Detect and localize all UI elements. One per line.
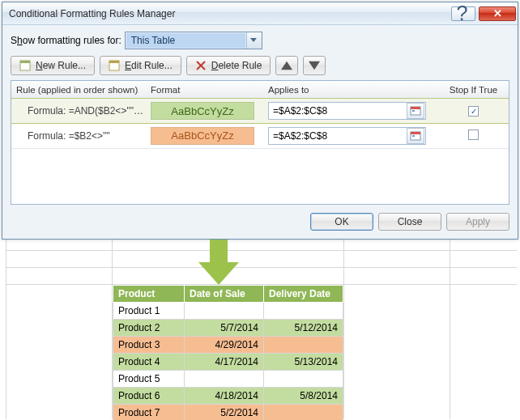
gridline: [6, 250, 517, 251]
table-row[interactable]: Product 64/18/20145/8/2014: [113, 388, 343, 405]
range-picker-button[interactable]: [407, 128, 424, 144]
range-picker-button[interactable]: [407, 103, 424, 119]
new-rule-icon: [19, 60, 31, 71]
cell-date-of-sale[interactable]: 5/7/2014: [185, 320, 264, 337]
table-row[interactable]: Product 44/17/20145/13/2014: [113, 354, 343, 371]
applies-to-value: =$A$2:$C$8: [269, 130, 406, 142]
cell-product[interactable]: Product 7: [113, 405, 185, 421]
chevron-down-icon: [246, 32, 261, 49]
svg-rect-12: [412, 110, 415, 112]
rules-list: Rule (applied in order shown) Format App…: [11, 80, 509, 205]
close-window-button[interactable]: ✕: [479, 6, 516, 21]
table-row[interactable]: Product 25/7/20145/12/2014: [113, 320, 343, 337]
svg-rect-14: [411, 132, 420, 134]
ok-button[interactable]: OK: [310, 213, 373, 231]
stop-if-true-checkbox[interactable]: [468, 129, 479, 140]
col-rule-header: Rule (applied in order shown): [11, 85, 151, 95]
titlebar[interactable]: Conditional Formatting Rules Manager ? ✕: [2, 2, 518, 25]
svg-marker-1: [250, 38, 257, 42]
format-preview: AaBbCcYyZz: [151, 127, 254, 145]
cell-delivery-date[interactable]: [264, 337, 343, 354]
edit-rule-icon: [109, 60, 120, 71]
th-delivery-date: Delivery Date: [264, 286, 343, 303]
svg-rect-15: [412, 135, 415, 137]
apply-button[interactable]: Apply: [446, 213, 509, 231]
chevron-up-icon: [281, 60, 292, 71]
cell-date-of-sale[interactable]: [185, 371, 264, 388]
cell-delivery-date[interactable]: 5/13/2014: [264, 354, 343, 371]
cell-delivery-date[interactable]: [264, 405, 343, 421]
svg-rect-5: [109, 61, 119, 63]
svg-text:?: ?: [457, 2, 468, 24]
cell-product[interactable]: Product 3: [113, 337, 185, 354]
rule-formula: Formula: =$B2<>"": [11, 130, 151, 142]
cell-delivery-date[interactable]: 5/12/2014: [264, 320, 343, 337]
cell-date-of-sale[interactable]: [185, 303, 264, 320]
delete-icon: [195, 60, 207, 71]
th-date-of-sale: Date of Sale: [185, 286, 264, 303]
cell-date-of-sale[interactable]: 4/17/2014: [185, 354, 264, 371]
delete-rule-label: elete Rule: [218, 60, 262, 71]
cell-date-of-sale[interactable]: 5/2/2014: [185, 405, 264, 421]
col-stop-header: Stop If True: [438, 85, 509, 95]
edit-rule-label: dit Rule...: [131, 60, 173, 71]
close-button[interactable]: Close: [378, 213, 441, 231]
dialog-title: Conditional Formatting Rules Manager: [9, 8, 451, 19]
result-table: Product Date of Sale Delivery Date Produ…: [113, 285, 343, 420]
result-arrow-icon: [198, 240, 239, 285]
format-preview: AaBbCcYyZz: [151, 102, 254, 120]
move-up-button[interactable]: [275, 56, 298, 75]
rule-row[interactable]: Formula: =$B2<>""AaBbCcYyZz=$A$2:$C$8: [11, 123, 509, 149]
chevron-down-icon: [309, 60, 320, 71]
show-rules-for-label: Show formatting rules for:: [11, 35, 121, 46]
svg-rect-3: [20, 61, 30, 63]
edit-rule-button[interactable]: Edit Rule...: [100, 56, 181, 75]
table-row[interactable]: Product 5: [113, 371, 343, 388]
cell-product[interactable]: Product 5: [113, 371, 185, 388]
cf-rules-manager-dialog: Conditional Formatting Rules Manager ? ✕…: [2, 2, 518, 240]
cell-date-of-sale[interactable]: 4/29/2014: [185, 337, 264, 354]
scope-dropdown[interactable]: This Table: [125, 32, 262, 49]
cell-delivery-date[interactable]: [264, 371, 343, 388]
move-down-button[interactable]: [303, 56, 326, 75]
applies-to-input[interactable]: =$A$2:$C$8: [268, 127, 426, 145]
new-rule-label: ew Rule...: [43, 60, 86, 71]
cell-delivery-date[interactable]: 5/8/2014: [264, 388, 343, 405]
col-format-header: Format: [151, 85, 268, 95]
svg-marker-16: [198, 240, 239, 285]
table-row[interactable]: Product 34/29/2014: [113, 337, 343, 354]
applies-to-value: =$A$2:$C$8: [269, 105, 406, 117]
stop-if-true-checkbox[interactable]: [468, 106, 479, 117]
svg-rect-11: [411, 107, 420, 109]
applies-to-input[interactable]: =$A$2:$C$8: [268, 102, 426, 120]
th-product: Product: [113, 286, 185, 303]
table-row[interactable]: Product 1: [113, 303, 343, 320]
cell-product[interactable]: Product 1: [113, 303, 185, 320]
cell-delivery-date[interactable]: [264, 303, 343, 320]
delete-rule-button[interactable]: Delete Rule: [186, 56, 271, 75]
rule-row[interactable]: Formula: =AND($B2<>""…AaBbCcYyZz=$A$2:$C…: [11, 98, 509, 124]
col-applies-header: Applies to: [268, 85, 438, 95]
help-button[interactable]: ?: [451, 6, 475, 21]
gridline: [6, 267, 517, 268]
cell-date-of-sale[interactable]: 4/18/2014: [185, 388, 264, 405]
new-rule-button[interactable]: New Rule...: [11, 56, 95, 75]
cell-product[interactable]: Product 6: [113, 388, 185, 405]
svg-marker-9: [309, 62, 320, 70]
svg-marker-8: [281, 62, 292, 70]
scope-value: This Table: [126, 33, 245, 48]
cell-product[interactable]: Product 2: [113, 320, 185, 337]
rule-formula: Formula: =AND($B2<>""…: [11, 105, 151, 117]
table-row[interactable]: Product 75/2/2014: [113, 405, 343, 421]
cell-product[interactable]: Product 4: [113, 354, 185, 371]
